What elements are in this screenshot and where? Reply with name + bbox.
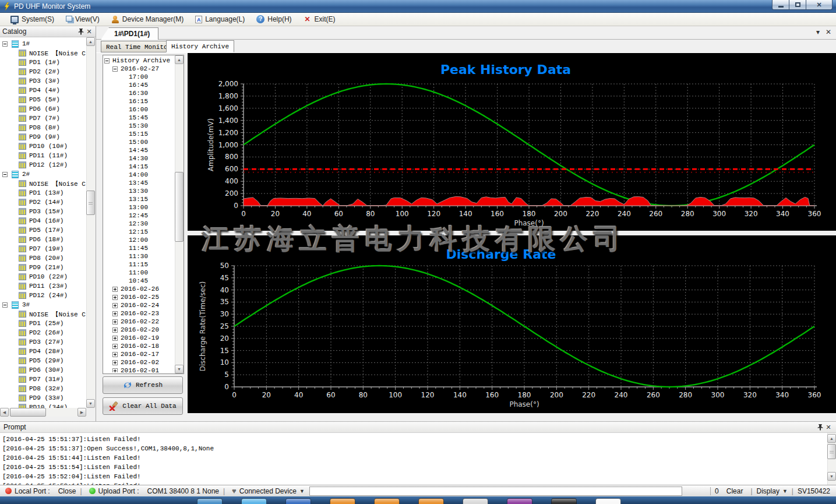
- tree-item[interactable]: PD1 (1#): [2, 58, 86, 67]
- tree-item[interactable]: PD6 (6#): [2, 104, 86, 114]
- tree-item[interactable]: PD11 (11#): [2, 151, 86, 160]
- taskbar-app-icon[interactable]: [197, 498, 223, 504]
- archive-scroll-up-icon[interactable]: ▲: [175, 55, 184, 64]
- tree-group-1[interactable]: 1#: [2, 39, 86, 48]
- expand-icon[interactable]: [112, 287, 118, 292]
- archive-time-item[interactable]: 14:15: [104, 163, 174, 171]
- taskbar-app-icon[interactable]: [330, 498, 355, 504]
- catalog-hscroll-thumb[interactable]: [10, 408, 46, 417]
- archive-date-expanded[interactable]: 2016-02-27: [104, 65, 174, 73]
- archive-time-item[interactable]: 15:30: [104, 122, 174, 130]
- archive-time-item[interactable]: 17:00: [104, 73, 174, 81]
- archive-time-item[interactable]: 15:45: [104, 114, 174, 122]
- tree-item[interactable]: PD1 (13#): [2, 188, 86, 198]
- tree-item[interactable]: NOISE 【Noise C: [2, 48, 86, 58]
- archive-time-item[interactable]: 11:45: [104, 244, 174, 252]
- taskbar-app-icon[interactable]: [418, 498, 444, 504]
- expand-icon[interactable]: [112, 344, 118, 349]
- tree-item[interactable]: PD4 (4#): [2, 86, 86, 95]
- collapse-icon[interactable]: [2, 302, 8, 308]
- archive-time-item[interactable]: 12:15: [104, 228, 174, 236]
- tree-item[interactable]: PD9 (9#): [2, 132, 86, 142]
- catalog-scroll-left-icon[interactable]: ◀: [0, 408, 9, 417]
- windows-taskbar[interactable]: [0, 496, 836, 504]
- menu-language[interactable]: Language(L): [191, 14, 252, 24]
- archive-time-item[interactable]: 16:15: [104, 97, 174, 105]
- archive-vscroll-thumb[interactable]: [175, 172, 184, 242]
- clear-log-button[interactable]: Clear: [723, 487, 747, 495]
- tree-item[interactable]: PD9 (21#): [2, 263, 86, 272]
- taskbar-app-icon[interactable]: [285, 498, 311, 504]
- display-chevron-down-icon[interactable]: ▼: [782, 488, 788, 494]
- tree-item[interactable]: PD10 (22#): [2, 272, 86, 281]
- expand-icon[interactable]: [112, 336, 118, 341]
- tree-item[interactable]: PD7 (7#): [2, 114, 86, 123]
- archive-root[interactable]: History Archive: [104, 57, 174, 65]
- archive-time-item[interactable]: 12:45: [104, 212, 174, 220]
- archive-time-item[interactable]: 15:15: [104, 130, 174, 138]
- display-button[interactable]: Display: [757, 487, 779, 495]
- minimize-button[interactable]: [772, 0, 789, 10]
- status-input-field[interactable]: [309, 487, 682, 496]
- archive-time-item[interactable]: 16:45: [104, 81, 174, 89]
- menu-device-manager[interactable]: Device Manager(M): [107, 14, 191, 24]
- connected-device-label[interactable]: Connected Device: [239, 487, 297, 495]
- archive-date-collapsed[interactable]: 2016-02-17: [104, 350, 174, 358]
- archive-date-collapsed[interactable]: 2016-02-02: [104, 358, 174, 366]
- archive-date-collapsed[interactable]: 2016-02-20: [104, 326, 174, 334]
- expand-icon[interactable]: [112, 352, 118, 357]
- expand-icon[interactable]: [112, 360, 118, 365]
- tree-item[interactable]: PD8 (20#): [2, 253, 86, 263]
- tree-item[interactable]: PD3 (27#): [2, 337, 86, 347]
- tree-item[interactable]: PD2 (14#): [2, 198, 86, 207]
- tree-item[interactable]: PD6 (30#): [2, 365, 86, 375]
- archive-date-collapsed[interactable]: 2016-02-22: [104, 318, 174, 326]
- tab-close-icon[interactable]: ✕: [826, 28, 831, 36]
- archive-time-item[interactable]: 14:00: [104, 171, 174, 179]
- close-panel-icon[interactable]: ✕: [85, 27, 93, 36]
- tree-item[interactable]: PD7 (19#): [2, 244, 86, 253]
- archive-date-collapsed[interactable]: 2016-02-19: [104, 334, 174, 342]
- prompt-close-icon[interactable]: ✕: [824, 423, 833, 431]
- tree-item[interactable]: PD4 (16#): [2, 216, 86, 225]
- refresh-button[interactable]: Refresh: [103, 376, 183, 394]
- archive-time-item[interactable]: 14:30: [104, 154, 174, 163]
- catalog-scroll-down-icon[interactable]: ▼: [86, 399, 95, 408]
- log-vscroll-thumb[interactable]: [827, 444, 836, 459]
- collapse-icon[interactable]: [112, 66, 118, 72]
- tree-item[interactable]: NOISE 【Noise C: [2, 179, 86, 188]
- archive-time-item[interactable]: 15:00: [104, 138, 174, 146]
- tree-item[interactable]: PD8 (8#): [2, 123, 86, 132]
- archive-time-item[interactable]: 14:45: [104, 146, 174, 154]
- tree-item[interactable]: PD8 (32#): [2, 384, 86, 393]
- expand-icon[interactable]: [112, 319, 118, 325]
- archive-time-item[interactable]: 12:30: [104, 220, 174, 228]
- maximize-button[interactable]: [789, 0, 806, 10]
- menu-system[interactable]: System(S): [6, 14, 61, 24]
- tree-item[interactable]: PD6 (18#): [2, 235, 86, 244]
- pin-icon[interactable]: [77, 27, 85, 36]
- archive-time-item[interactable]: 11:00: [104, 269, 174, 277]
- archive-date-collapsed[interactable]: 2016-02-25: [104, 293, 174, 301]
- menu-exit[interactable]: Exit(E): [299, 14, 343, 24]
- tree-group-2[interactable]: 2#: [2, 170, 86, 179]
- tree-item[interactable]: PD11 (23#): [2, 281, 86, 291]
- catalog-vscroll-track[interactable]: [86, 37, 95, 408]
- taskbar-app-icon[interactable]: [374, 498, 400, 504]
- tree-item[interactable]: PD1 (25#): [2, 319, 86, 328]
- archive-time-item[interactable]: 13:00: [104, 203, 174, 212]
- archive-time-item[interactable]: 13:15: [104, 195, 174, 203]
- taskbar-app-icon[interactable]: [507, 498, 532, 504]
- catalog-scroll-right-icon[interactable]: ▶: [77, 408, 86, 417]
- tree-item[interactable]: PD12 (24#): [2, 291, 86, 300]
- tree-item[interactable]: PD2 (2#): [2, 67, 86, 76]
- tab-real-time-monitor[interactable]: Real Time Monitor: [101, 41, 177, 52]
- tree-item[interactable]: PD3 (15#): [2, 207, 86, 216]
- archive-time-item[interactable]: 12:00: [104, 236, 174, 244]
- tree-item[interactable]: PD7 (31#): [2, 375, 86, 384]
- tree-item[interactable]: PD5 (5#): [2, 95, 86, 104]
- taskbar-app-icon[interactable]: [463, 498, 488, 504]
- clear-all-data-button[interactable]: Clear All Data: [103, 397, 183, 415]
- close-button[interactable]: ✕: [806, 0, 833, 10]
- prompt-pin-icon[interactable]: [816, 423, 824, 431]
